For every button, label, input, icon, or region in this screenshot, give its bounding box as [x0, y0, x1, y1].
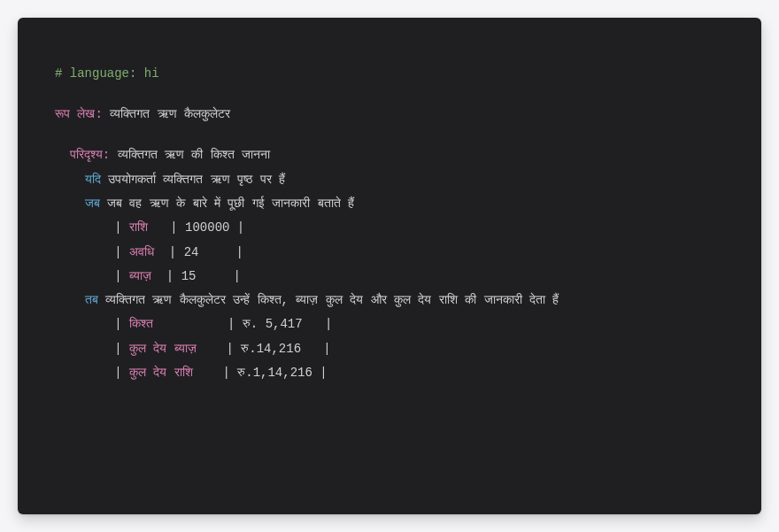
indent: [55, 342, 114, 356]
cell-name: कुल देय राशि: [122, 366, 223, 380]
pipe: |: [114, 245, 121, 259]
pipe: |: [226, 342, 233, 356]
table-row: | अवधि | 24 |: [55, 241, 724, 265]
table-row: | ब्याज़ | 15 |: [55, 265, 724, 289]
cell-name: ब्याज़: [122, 269, 166, 283]
cell-value: रु. 5,417: [235, 317, 324, 331]
pipe: |: [114, 342, 121, 356]
feature-title: व्यक्तिगत ऋण कैलकुलेटर: [103, 107, 230, 121]
indent: [55, 366, 114, 380]
then-keyword: तब: [85, 293, 98, 307]
when-step-line: जब जब वह ऋण के बारे में पूछी गई जानकारी …: [55, 192, 724, 216]
pipe: |: [222, 366, 229, 380]
indent: [55, 173, 85, 187]
cell-value: 15: [174, 269, 233, 283]
cell-name: कुल देय ब्याज़: [122, 342, 227, 356]
pipe: |: [237, 220, 244, 235]
indent: [55, 220, 114, 235]
cell-value: 24: [176, 245, 235, 259]
pipe: |: [114, 317, 121, 331]
pipe: |: [323, 342, 330, 356]
table-row: | कुल देय ब्याज़ | रु.14,216 |: [55, 337, 724, 361]
then-text: व्यक्तिगत ऋण कैलकुलेटर उन्हें किश्त, ब्य…: [98, 293, 559, 307]
scenario-line: परिदृश्य: व्यक्तिगत ऋण की किश्त जानना: [55, 143, 724, 167]
pipe: |: [114, 366, 121, 380]
blank-line: [55, 127, 724, 143]
language-comment-line: # language: hi: [55, 62, 724, 86]
cell-value: रु.14,216: [234, 342, 323, 356]
pipe: |: [166, 269, 174, 283]
table-row: | राशि | 100000 |: [55, 216, 724, 240]
cell-value: 100000: [178, 220, 237, 235]
cell-name: अवधि: [122, 245, 169, 259]
cell-name: राशि: [122, 220, 171, 235]
pipe: |: [235, 245, 243, 259]
code-panel: # language: hi रूप लेख: व्यक्तिगत ऋण कैल…: [18, 18, 761, 514]
indent: [55, 269, 114, 283]
table-row: | किश्त | रु. 5,417 |: [55, 312, 724, 336]
then-step-line: तब व्यक्तिगत ऋण कैलकुलेटर उन्हें किश्त, …: [55, 289, 724, 312]
cell-value: रु.1,14,216: [230, 366, 320, 380]
pipe: |: [114, 220, 121, 235]
when-text: जब वह ऋण के बारे में पूछी गई जानकारी बता…: [100, 197, 354, 211]
pipe: |: [114, 269, 121, 283]
pipe: |: [325, 317, 332, 331]
pipe: |: [320, 366, 327, 380]
indent: [55, 245, 114, 259]
indent: [55, 293, 85, 307]
table-row: | कुल देय राशि | रु.1,14,216 |: [55, 361, 724, 385]
feature-keyword: रूप लेख:: [55, 107, 103, 121]
given-keyword: यदि: [85, 173, 101, 187]
scenario-keyword: परिदृश्य:: [70, 148, 110, 162]
when-keyword: जब: [85, 197, 100, 211]
feature-line: रूप लेख: व्यक्तिगत ऋण कैलकुलेटर: [55, 103, 724, 127]
given-text: उपयोगकर्ता व्यक्तिगत ऋण पृष्ठ पर हैं: [101, 173, 285, 187]
given-step-line: यदि उपयोगकर्ता व्यक्तिगत ऋण पृष्ठ पर हैं: [55, 168, 724, 192]
pipe: |: [170, 220, 177, 235]
language-comment: # language: hi: [55, 66, 159, 81]
indent: [55, 197, 85, 211]
cell-name: किश्त: [122, 317, 228, 331]
pipe: |: [233, 269, 240, 283]
pipe: |: [169, 245, 176, 259]
indent: [55, 148, 70, 162]
blank-line: [55, 86, 724, 103]
scenario-title: व्यक्तिगत ऋण की किश्त जानना: [110, 148, 270, 162]
indent: [55, 317, 114, 331]
